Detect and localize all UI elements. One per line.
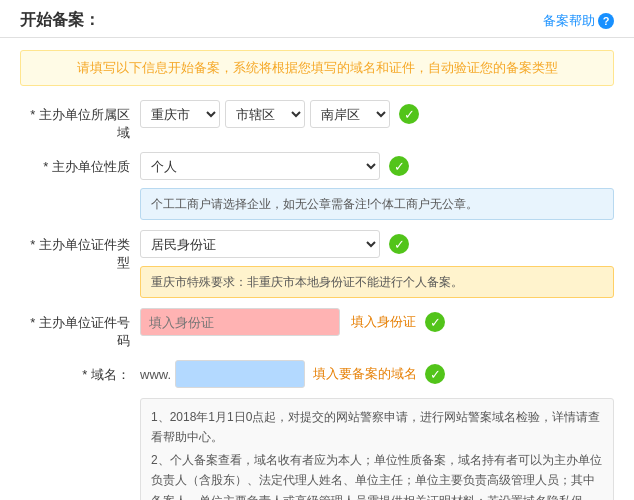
region-row: * 主办单位所属区域 重庆市 市辖区 南岸区 ✓ (20, 100, 614, 142)
org-type-check-icon: ✓ (389, 156, 409, 176)
domain-prefix: www. (140, 367, 171, 382)
domain-label: * 域名： (20, 360, 140, 384)
region-label: * 主办单位所属区域 (20, 100, 140, 142)
help-link[interactable]: 备案帮助 ? (543, 12, 614, 30)
org-type-info: 个工工商户请选择企业，如无公章需备注!个体工商户无公章。 (140, 188, 614, 220)
domain-check-icon: ✓ (425, 364, 445, 384)
region-check-icon: ✓ (399, 104, 419, 124)
id-number-row: * 主办单位证件号码 填入身份证 ✓ (20, 308, 614, 350)
id-type-row: * 主办单位证件类型 居民身份证 ✓ 重庆市特殊要求：非重庆市本地身份证不能进行… (20, 230, 614, 298)
id-type-warn: 重庆市特殊要求：非重庆市本地身份证不能进行个人备案。 (140, 266, 614, 298)
district-select[interactable]: 市辖区 (225, 100, 305, 128)
domain-input[interactable] (175, 360, 305, 388)
domain-placeholder-text: 填入要备案的域名 (313, 365, 417, 383)
id-number-placeholder-text: 填入身份证 (351, 313, 416, 331)
org-type-label: * 主办单位性质 (20, 152, 140, 176)
id-number-check-icon: ✓ (425, 312, 445, 332)
domain-row: * 域名： www. 填入要备案的域名 ✓ 1、2018年1月1日0点起，对提交… (20, 360, 614, 500)
area-select[interactable]: 南岸区 (310, 100, 390, 128)
id-type-label: * 主办单位证件类型 (20, 230, 140, 272)
id-type-select[interactable]: 居民身份证 (140, 230, 380, 258)
id-type-check-icon: ✓ (389, 234, 409, 254)
city-select[interactable]: 重庆市 (140, 100, 220, 128)
org-type-row: * 主办单位性质 个人 ✓ 个工工商户请选择企业，如无公章需备注!个体工商户无公… (20, 152, 614, 220)
notice-line2: 2、个人备案查看，域名收有者应为本人；单位性质备案，域名持有者可以为主办单位负责… (151, 450, 603, 500)
notice-line1: 1、2018年1月1日0点起，对提交的网站警察申请，进行网站警案域名检验，详情请… (151, 407, 603, 448)
help-text: 备案帮助 (543, 12, 595, 30)
id-number-input[interactable] (140, 308, 340, 336)
org-type-select[interactable]: 个人 (140, 152, 380, 180)
id-number-label: * 主办单位证件号码 (20, 308, 140, 350)
help-icon: ? (598, 13, 614, 29)
page-title: 开始备案： (20, 10, 100, 31)
notice-box: 1、2018年1月1日0点起，对提交的网站警察申请，进行网站警案域名检验，详情请… (140, 398, 614, 500)
warning-banner: 请填写以下信息开始备案，系统将根据您填写的域名和证件，自动验证您的备案类型 (20, 50, 614, 86)
